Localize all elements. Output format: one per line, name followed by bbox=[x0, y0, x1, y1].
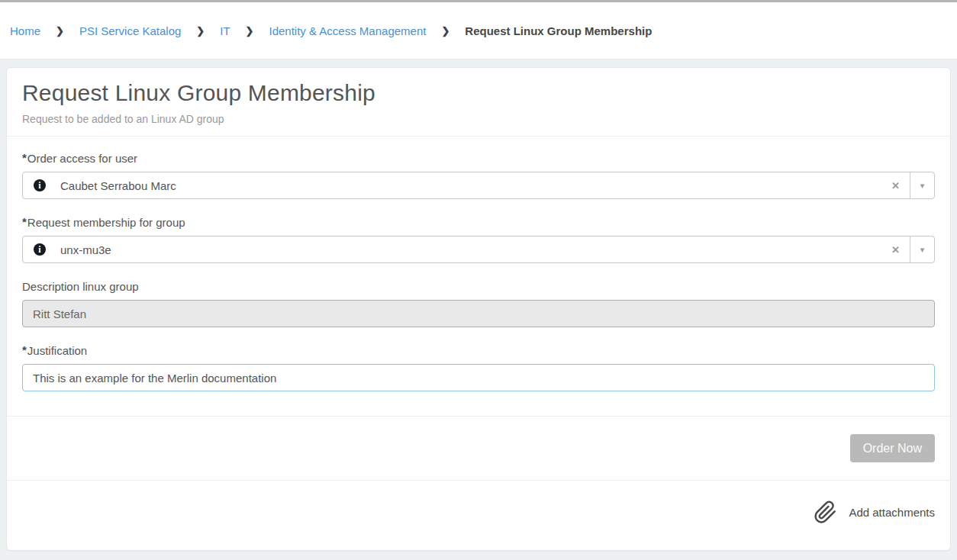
chevron-right-icon: ❯ bbox=[441, 25, 450, 37]
field-justification: *Justification bbox=[22, 344, 935, 391]
breadcrumb-link-identity-access-management[interactable]: Identity & Access Management bbox=[269, 24, 426, 37]
breadcrumb: Home ❯ PSI Service Katalog ❯ IT ❯ Identi… bbox=[0, 2, 957, 60]
breadcrumb-link-psi-service-katalog[interactable]: PSI Service Katalog bbox=[79, 24, 181, 37]
clear-icon[interactable]: ✕ bbox=[881, 244, 910, 256]
required-marker: * bbox=[22, 151, 27, 164]
order-now-button[interactable]: Order Now bbox=[850, 434, 935, 462]
group-select-value: unx-mu3e bbox=[60, 243, 881, 256]
clear-icon[interactable]: ✕ bbox=[881, 180, 910, 191]
user-select[interactable]: i Caubet Serrabou Marc ✕ ▾ bbox=[22, 172, 935, 199]
description-linux-group-input bbox=[22, 300, 935, 327]
add-attachments-button[interactable]: Add attachments bbox=[814, 500, 935, 524]
field-label-text: Order access for user bbox=[27, 152, 137, 165]
user-select-value: Caubet Serrabou Marc bbox=[60, 179, 881, 192]
required-marker: * bbox=[22, 343, 27, 356]
select-caret-button[interactable]: ▾ bbox=[910, 172, 934, 198]
field-label: *Order access for user bbox=[22, 152, 935, 165]
chevron-right-icon: ❯ bbox=[246, 25, 254, 37]
page-subtitle: Request to be added to an Linux AD group bbox=[22, 113, 935, 125]
breadcrumb-current-page: Request Linux Group Membership bbox=[465, 24, 652, 37]
chevron-right-icon: ❯ bbox=[56, 25, 64, 37]
field-label: Description linux group bbox=[22, 280, 935, 293]
form-body: *Order access for user i Caubet Serrabou… bbox=[7, 137, 950, 416]
request-form-card: Request Linux Group Membership Request t… bbox=[6, 67, 951, 551]
attachments-section: Add attachments bbox=[7, 480, 950, 550]
page-title: Request Linux Group Membership bbox=[22, 80, 935, 106]
select-caret-button[interactable]: ▾ bbox=[910, 237, 934, 262]
paperclip-icon bbox=[814, 500, 837, 524]
breadcrumb-link-home[interactable]: Home bbox=[10, 24, 40, 37]
field-label: *Request membership for group bbox=[22, 216, 935, 229]
form-actions: Order Now bbox=[7, 416, 950, 480]
field-label-text: Description linux group bbox=[22, 280, 139, 293]
field-description-linux-group: Description linux group bbox=[22, 280, 935, 327]
chevron-down-icon: ▾ bbox=[920, 182, 925, 190]
info-icon[interactable]: i bbox=[34, 243, 46, 256]
add-attachments-label: Add attachments bbox=[849, 506, 935, 519]
card-header: Request Linux Group Membership Request t… bbox=[7, 68, 950, 137]
justification-input[interactable] bbox=[22, 364, 935, 391]
field-label-text: Justification bbox=[27, 344, 87, 357]
breadcrumb-link-it[interactable]: IT bbox=[220, 24, 230, 37]
info-icon[interactable]: i bbox=[34, 179, 46, 191]
required-marker: * bbox=[22, 215, 27, 228]
field-label-text: Request membership for group bbox=[27, 216, 185, 229]
chevron-down-icon: ▾ bbox=[920, 246, 925, 254]
field-label: *Justification bbox=[22, 344, 935, 357]
field-request-membership-for-group: *Request membership for group i unx-mu3e… bbox=[22, 216, 935, 263]
chevron-right-icon: ❯ bbox=[196, 25, 205, 37]
field-order-access-for-user: *Order access for user i Caubet Serrabou… bbox=[22, 152, 935, 199]
group-select[interactable]: i unx-mu3e ✕ ▾ bbox=[22, 236, 935, 263]
